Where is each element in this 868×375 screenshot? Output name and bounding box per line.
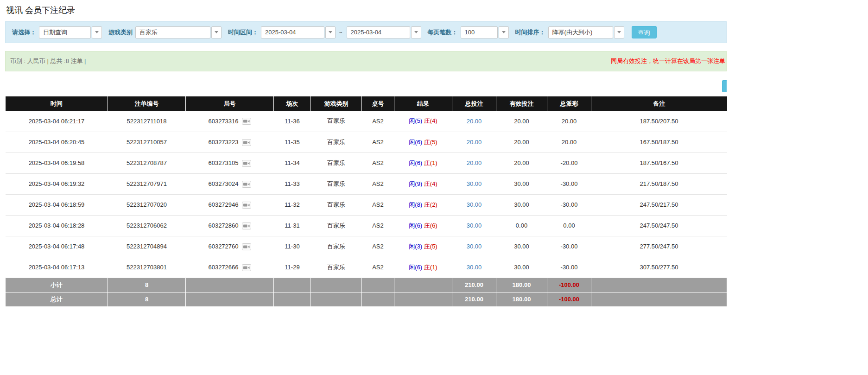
cell-result: 闲(3) 庄(5) <box>394 236 452 257</box>
cell-round: 603273024 <box>186 173 274 194</box>
total-empty-cell <box>362 292 394 306</box>
total-bet-link[interactable]: 30.00 <box>467 201 482 208</box>
total-bet-link[interactable]: 30.00 <box>467 264 482 271</box>
query-type-select[interactable]: 日期查询 <box>39 26 102 38</box>
total-bet-link[interactable]: 30.00 <box>467 243 482 250</box>
table-row: 2025-03-04 06:18:59522312707020603272946… <box>6 194 727 215</box>
search-button[interactable]: 查询 <box>632 26 657 38</box>
cell-game-type: 百家乐 <box>311 215 362 236</box>
query-type-dropdown-button[interactable] <box>92 26 102 38</box>
page-content: 视讯 会员下注纪录 请选择： 日期查询 游戏类别 百家乐 时间区间： 2025-… <box>5 0 727 307</box>
round-number: 603272760 <box>208 243 238 250</box>
result-player: 闲(9) <box>409 180 422 187</box>
total-payout: -100.00 <box>547 292 591 306</box>
video-replay-icon[interactable] <box>242 243 251 250</box>
cell-bet-id: 522312707020 <box>108 194 186 215</box>
cell-bet-id: 522312707971 <box>108 173 186 194</box>
total-empty-cell <box>186 292 274 306</box>
cell-time: 2025-03-04 06:17:48 <box>6 236 108 257</box>
sort-dropdown-button[interactable] <box>614 26 624 38</box>
total-bet-link[interactable]: 20.00 <box>467 139 482 146</box>
result-banker: 庄(5) <box>424 139 437 146</box>
cell-table-no: AS2 <box>362 215 394 236</box>
col-header-game-type: 游戏类别 <box>311 96 362 111</box>
col-header-total-bet: 总投注 <box>452 96 496 111</box>
page-size-dropdown-button[interactable] <box>499 26 509 38</box>
cell-session: 11-33 <box>274 173 311 194</box>
date-to-picker[interactable]: 2025-03-04 <box>347 26 421 38</box>
cell-table-no: AS2 <box>362 236 394 257</box>
result-banker: 庄(5) <box>424 243 437 250</box>
cell-time: 2025-03-04 06:17:13 <box>6 257 108 278</box>
date-from-picker[interactable]: 2025-03-04 <box>261 26 336 38</box>
page-size-label: 每页笔数： <box>428 28 458 37</box>
cell-payout: -30.00 <box>547 194 591 215</box>
cell-payout: -20.00 <box>547 153 591 173</box>
total-valid-bet: 180.00 <box>496 292 547 306</box>
col-header-time: 时间 <box>6 96 108 111</box>
game-type-dropdown-button[interactable] <box>211 26 222 38</box>
partial-hidden-button[interactable] <box>722 80 727 92</box>
total-bet-link[interactable]: 20.00 <box>467 159 482 166</box>
cell-round: 603273105 <box>186 153 274 173</box>
date-to-dropdown-button[interactable] <box>411 26 421 38</box>
cell-remark: 247.50/247.50 <box>591 215 727 236</box>
subtotal-total-bet: 210.00 <box>452 278 496 292</box>
cell-valid-bet: 20.00 <box>496 153 547 173</box>
date-from-dropdown-button[interactable] <box>325 26 336 38</box>
cell-session: 11-34 <box>274 153 311 173</box>
sort-select[interactable]: 降幂(由大到小) <box>548 26 624 38</box>
subtotal-empty-cell <box>274 278 311 292</box>
cell-game-type: 百家乐 <box>311 111 362 132</box>
cell-round: 603272946 <box>186 194 274 215</box>
video-replay-icon[interactable] <box>242 160 251 167</box>
total-bet-link[interactable]: 20.00 <box>467 118 482 125</box>
cell-round: 603272760 <box>186 236 274 257</box>
cell-bet-id: 522312706062 <box>108 215 186 236</box>
subtotal-payout: -100.00 <box>547 278 591 292</box>
same-round-notice: 同局有效投注，统一计算在该局第一张注单 <box>611 57 725 65</box>
query-type-value: 日期查询 <box>39 26 91 38</box>
video-replay-icon[interactable] <box>242 181 251 188</box>
cell-time: 2025-03-04 06:20:45 <box>6 132 108 153</box>
result-banker: 庄(6) <box>424 222 437 229</box>
cell-session: 11-32 <box>274 194 311 215</box>
total-empty-cell <box>394 292 452 306</box>
cell-table-no: AS2 <box>362 153 394 173</box>
cell-game-type: 百家乐 <box>311 194 362 215</box>
cell-total-bet: 30.00 <box>452 215 496 236</box>
result-banker: 庄(4) <box>424 117 437 124</box>
cell-result: 闲(6) 庄(1) <box>394 257 452 278</box>
result-player: 闲(6) <box>409 139 422 146</box>
cell-table-no: AS2 <box>362 257 394 278</box>
total-bet-link[interactable]: 30.00 <box>467 222 482 229</box>
subtotal-label: 小计 <box>6 278 108 292</box>
cell-valid-bet: 0.00 <box>496 215 547 236</box>
total-label: 总计 <box>6 292 108 306</box>
cell-session: 11-30 <box>274 236 311 257</box>
subtotal-valid-bet: 180.00 <box>496 278 547 292</box>
cell-session: 11-29 <box>274 257 311 278</box>
video-replay-icon[interactable] <box>242 202 251 209</box>
game-type-select[interactable]: 百家乐 <box>135 26 222 38</box>
video-replay-icon[interactable] <box>242 139 251 146</box>
video-replay-icon[interactable] <box>242 264 251 271</box>
subtotal-count: 8 <box>108 278 186 292</box>
cell-result: 闲(8) 庄(2) <box>394 194 452 215</box>
total-bet-link[interactable]: 30.00 <box>467 180 482 187</box>
col-header-bet-id: 注单编号 <box>108 96 186 111</box>
cell-payout: -30.00 <box>547 257 591 278</box>
video-replay-icon[interactable] <box>242 222 251 229</box>
page-size-select[interactable]: 100 <box>461 26 509 38</box>
cell-session: 11-36 <box>274 111 311 132</box>
video-replay-icon[interactable] <box>242 118 251 125</box>
cell-total-bet: 20.00 <box>452 132 496 153</box>
cell-time: 2025-03-04 06:19:58 <box>6 153 108 173</box>
chevron-down-icon <box>617 31 621 33</box>
table-header-row: 时间 注单编号 局号 场次 游戏类别 桌号 结果 总投注 有效投注 总派彩 备注 <box>6 96 727 111</box>
chevron-down-icon <box>215 31 218 33</box>
col-header-round: 局号 <box>186 96 274 111</box>
result-player: 闲(5) <box>409 117 422 124</box>
result-banker: 庄(4) <box>424 180 437 187</box>
result-banker: 庄(1) <box>424 159 437 166</box>
